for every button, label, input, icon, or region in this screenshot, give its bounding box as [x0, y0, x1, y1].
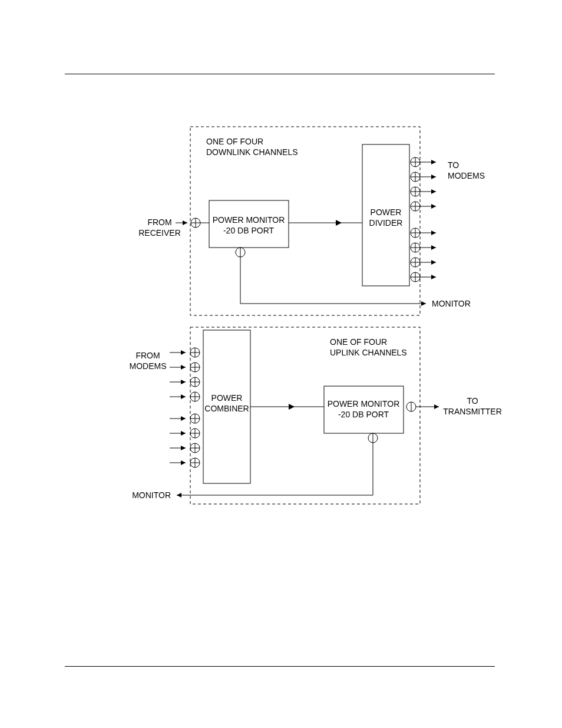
from-receiver-2: RECEIVER [138, 228, 181, 238]
combiner-inputs [170, 348, 200, 467]
arrow-pm-to-div [336, 220, 342, 226]
monitor-label-up: MONITOR [132, 490, 171, 500]
to-modems-2: MODEMS [448, 171, 485, 180]
svg-marker-19 [431, 204, 436, 209]
uplink-note-1: ONE OF FOUR [330, 337, 387, 347]
pm-down-l2: -20 DB PORT [223, 226, 275, 235]
svg-marker-51 [181, 380, 186, 384]
downlink-note-2: DOWNLINK CHANNELS [206, 147, 298, 157]
uplink-note-2: UPLINK CHANNELS [330, 348, 407, 357]
arrow-out-uplink [434, 404, 439, 409]
divider-l2: DIVIDER [369, 218, 403, 228]
svg-marker-41 [181, 350, 186, 355]
svg-marker-76 [181, 460, 186, 465]
diagram-svg: ONE OF FOUR DOWNLINK CHANNELS FROM RECEI… [0, 0, 562, 728]
monitor-label-down: MONITOR [432, 299, 471, 308]
divider-l1: POWER [371, 207, 402, 217]
svg-marker-56 [181, 394, 186, 399]
svg-marker-14 [431, 189, 436, 194]
arrow-in-downlink [183, 220, 187, 225]
pm-up-l2: -20 DB PORT [338, 410, 389, 419]
combiner-l1: POWER [211, 393, 243, 403]
svg-marker-61 [181, 416, 186, 421]
combiner-l2: COMBINER [204, 404, 249, 413]
svg-marker-66 [181, 431, 186, 436]
arrow-monitor-up [177, 493, 181, 498]
pm-down-l1: POWER MONITOR [213, 215, 285, 225]
arrow-comb-to-pm [289, 404, 295, 410]
to-modems-1: TO [448, 160, 459, 170]
downlink-note-1: ONE OF FOUR [206, 137, 263, 146]
svg-marker-29 [431, 245, 436, 250]
to-transmitter-1: TO [467, 396, 478, 406]
from-modems-1: FROM [135, 351, 160, 360]
svg-marker-39 [431, 275, 436, 279]
svg-marker-34 [431, 260, 436, 265]
svg-marker-71 [181, 446, 186, 450]
wire-monitor-down [240, 257, 426, 304]
svg-marker-24 [431, 230, 436, 235]
svg-marker-4 [431, 160, 436, 164]
pm-up-l1: POWER MONITOR [328, 399, 400, 409]
from-modems-2: MODEMS [130, 361, 167, 371]
arrow-monitor-down [421, 301, 426, 306]
divider-outputs [411, 157, 436, 282]
wire-monitor-up [177, 443, 373, 495]
from-receiver-1: FROM [147, 218, 171, 227]
svg-marker-9 [431, 174, 436, 179]
to-transmitter-2: TRANSMITTER [443, 407, 502, 416]
svg-marker-46 [181, 365, 186, 370]
